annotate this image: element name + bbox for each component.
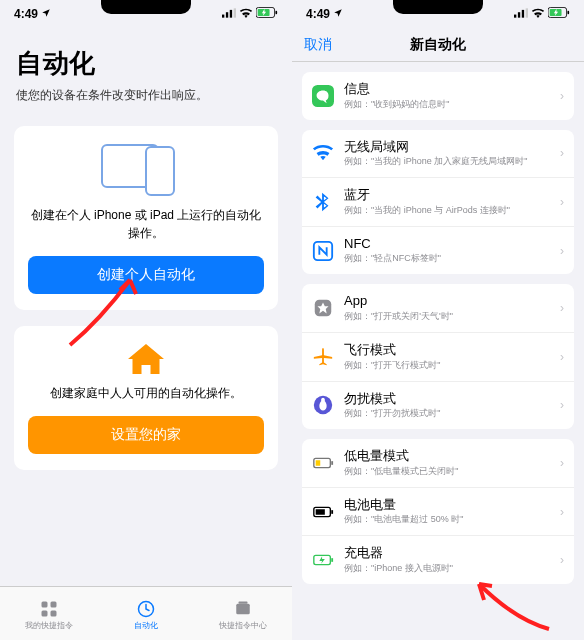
charger-icon bbox=[312, 549, 334, 571]
svg-rect-13 bbox=[239, 602, 248, 604]
lowbatt-icon bbox=[312, 452, 334, 474]
svg-rect-2 bbox=[230, 10, 232, 18]
trigger-subtitle: 例如："打开或关闭'天气'时" bbox=[344, 310, 560, 323]
svg-rect-9 bbox=[41, 611, 47, 617]
wifi-icon bbox=[239, 7, 253, 21]
trigger-row-dnd[interactable]: 勿扰模式例如："打开勿扰模式时"› bbox=[302, 382, 574, 430]
chevron-right-icon: › bbox=[560, 505, 564, 519]
card-description: 创建家庭中人人可用的自动化操作。 bbox=[50, 384, 242, 402]
trigger-row-message[interactable]: 信息例如："收到妈妈的信息时"› bbox=[302, 72, 574, 120]
tab-my-shortcuts[interactable]: 我的快捷指令 bbox=[0, 600, 97, 631]
status-time: 4:49 bbox=[306, 7, 330, 21]
bluetooth-icon bbox=[312, 191, 334, 213]
svg-rect-6 bbox=[275, 11, 277, 14]
svg-rect-20 bbox=[567, 11, 569, 14]
status-time: 4:49 bbox=[14, 7, 38, 21]
trigger-group: App例如："打开或关闭'天气'时"›飞行模式例如："打开飞行模式时"›勿扰模式… bbox=[302, 284, 574, 429]
svg-rect-14 bbox=[514, 15, 516, 18]
tab-label: 我的快捷指令 bbox=[25, 620, 73, 631]
trigger-title: 低电量模式 bbox=[344, 448, 560, 464]
tab-label: 自动化 bbox=[134, 620, 158, 631]
tab-gallery[interactable]: 快捷指令中心 bbox=[195, 600, 292, 631]
trigger-row-charger[interactable]: 充电器例如："iPhone 接入电源时"› bbox=[302, 536, 574, 584]
trigger-title: 勿扰模式 bbox=[344, 391, 560, 407]
dnd-icon bbox=[312, 394, 334, 416]
svg-rect-16 bbox=[522, 10, 524, 18]
trigger-subtitle: 例如："打开飞行模式时" bbox=[344, 359, 560, 372]
cancel-button[interactable]: 取消 bbox=[304, 36, 332, 54]
chevron-right-icon: › bbox=[560, 456, 564, 470]
phone-right-new-automation: 4:49 取消 新自动化 信息例如："收到妈妈的信息时"›无线局域网例如："当我… bbox=[292, 0, 584, 640]
svg-rect-15 bbox=[518, 12, 520, 17]
svg-rect-1 bbox=[226, 12, 228, 17]
svg-rect-10 bbox=[50, 611, 56, 617]
devices-icon bbox=[101, 144, 191, 196]
tab-automation[interactable]: 自动化 bbox=[97, 600, 194, 631]
battery-icon bbox=[256, 7, 278, 21]
tab-bar: 我的快捷指令 自动化 快捷指令中心 bbox=[0, 586, 292, 640]
airplane-icon bbox=[312, 346, 334, 368]
svg-rect-7 bbox=[41, 602, 47, 608]
nfc-icon bbox=[312, 240, 334, 262]
svg-rect-0 bbox=[222, 15, 224, 18]
trigger-title: 飞行模式 bbox=[344, 342, 560, 358]
page-title: 自动化 bbox=[16, 46, 276, 81]
home-icon bbox=[128, 344, 164, 374]
trigger-row-airplane[interactable]: 飞行模式例如："打开飞行模式时"› bbox=[302, 333, 574, 382]
trigger-subtitle: 例如："电池电量超过 50% 时" bbox=[344, 513, 560, 526]
svg-rect-26 bbox=[331, 461, 333, 465]
trigger-title: 充电器 bbox=[344, 545, 560, 561]
personal-automation-card: 创建在个人 iPhone 或 iPad 上运行的自动化操作。 创建个人自动化 bbox=[14, 126, 278, 310]
wifi-icon bbox=[531, 7, 545, 21]
trigger-title: 无线局域网 bbox=[344, 139, 560, 155]
phone-left-automation: 4:49 自动化 使您的设备在条件改变时作出响应。 创建在个人 iPhone 或… bbox=[0, 0, 292, 640]
trigger-subtitle: 例如："收到妈妈的信息时" bbox=[344, 98, 560, 111]
setup-home-button[interactable]: 设置您的家 bbox=[28, 416, 264, 454]
trigger-row-bluetooth[interactable]: 蓝牙例如："当我的 iPhone 与 AirPods 连接时"› bbox=[302, 178, 574, 227]
trigger-title: 信息 bbox=[344, 81, 560, 97]
trigger-row-wifi[interactable]: 无线局域网例如："当我的 iPhone 加入家庭无线局域网时"› bbox=[302, 130, 574, 179]
trigger-row-lowbatt[interactable]: 低电量模式例如："低电量模式已关闭时"› bbox=[302, 439, 574, 488]
modal-title: 新自动化 bbox=[410, 36, 466, 54]
trigger-title: 蓝牙 bbox=[344, 187, 560, 203]
app-icon bbox=[312, 297, 334, 319]
signal-icon bbox=[514, 7, 528, 21]
svg-rect-3 bbox=[234, 8, 236, 17]
location-icon bbox=[41, 7, 51, 21]
battery-icon bbox=[548, 7, 570, 21]
trigger-subtitle: 例如："轻点NFC标签时" bbox=[344, 252, 560, 265]
svg-rect-27 bbox=[316, 460, 321, 466]
chevron-right-icon: › bbox=[560, 350, 564, 364]
chevron-right-icon: › bbox=[560, 146, 564, 160]
chevron-right-icon: › bbox=[560, 553, 564, 567]
svg-rect-30 bbox=[316, 509, 325, 515]
signal-icon bbox=[222, 7, 236, 21]
trigger-row-nfc[interactable]: NFC例如："轻点NFC标签时"› bbox=[302, 227, 574, 275]
svg-rect-8 bbox=[50, 602, 56, 608]
notch bbox=[393, 0, 483, 14]
trigger-title: 电池电量 bbox=[344, 497, 560, 513]
page-subtitle: 使您的设备在条件改变时作出响应。 bbox=[16, 87, 276, 104]
svg-rect-12 bbox=[237, 604, 251, 615]
trigger-subtitle: 例如："低电量模式已关闭时" bbox=[344, 465, 560, 478]
trigger-title: App bbox=[344, 293, 560, 309]
location-icon bbox=[333, 7, 343, 21]
home-automation-card: 创建家庭中人人可用的自动化操作。 设置您的家 bbox=[14, 326, 278, 470]
tab-label: 快捷指令中心 bbox=[219, 620, 267, 631]
trigger-subtitle: 例如："打开勿扰模式时" bbox=[344, 407, 560, 420]
trigger-group: 信息例如："收到妈妈的信息时"› bbox=[302, 72, 574, 120]
battery-icon bbox=[312, 501, 334, 523]
create-personal-automation-button[interactable]: 创建个人自动化 bbox=[28, 256, 264, 294]
chevron-right-icon: › bbox=[560, 195, 564, 209]
trigger-group: 低电量模式例如："低电量模式已关闭时"›电池电量例如："电池电量超过 50% 时… bbox=[302, 439, 574, 584]
trigger-row-battery[interactable]: 电池电量例如："电池电量超过 50% 时"› bbox=[302, 488, 574, 537]
chevron-right-icon: › bbox=[560, 398, 564, 412]
trigger-row-app[interactable]: App例如："打开或关闭'天气'时"› bbox=[302, 284, 574, 333]
card-description: 创建在个人 iPhone 或 iPad 上运行的自动化操作。 bbox=[28, 206, 264, 242]
trigger-subtitle: 例如："当我的 iPhone 与 AirPods 连接时" bbox=[344, 204, 560, 217]
chevron-right-icon: › bbox=[560, 244, 564, 258]
chevron-right-icon: › bbox=[560, 301, 564, 315]
trigger-subtitle: 例如："当我的 iPhone 加入家庭无线局域网时" bbox=[344, 155, 560, 168]
svg-rect-32 bbox=[331, 558, 333, 562]
trigger-subtitle: 例如："iPhone 接入电源时" bbox=[344, 562, 560, 575]
